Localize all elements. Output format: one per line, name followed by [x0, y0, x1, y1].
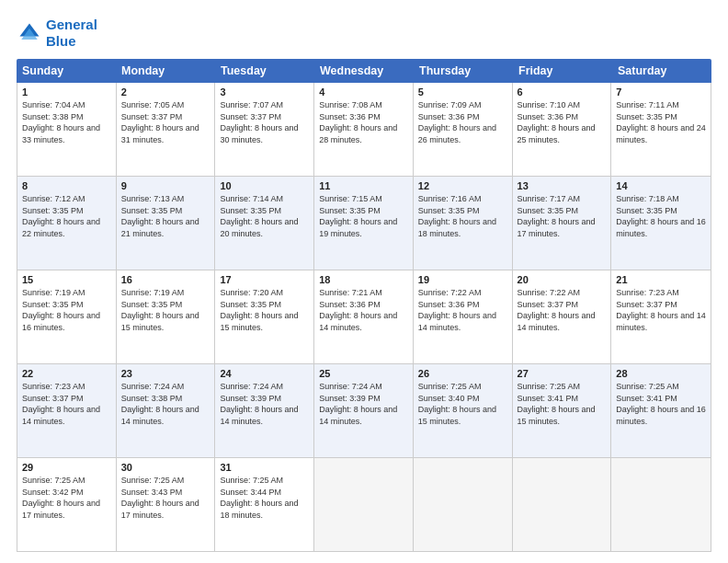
day-number: 7 [616, 86, 706, 98]
page: General Blue SundayMondayTuesdayWednesda… [0, 0, 728, 563]
cell-info: Sunrise: 7:12 AM Sunset: 3:35 PM Dayligh… [22, 193, 111, 239]
calendar-cell: 22 Sunrise: 7:23 AM Sunset: 3:37 PM Dayl… [17, 364, 117, 457]
calendar-cell: 19 Sunrise: 7:22 AM Sunset: 3:36 PM Dayl… [414, 270, 513, 363]
cell-info: Sunrise: 7:23 AM Sunset: 3:37 PM Dayligh… [616, 287, 706, 333]
calendar-row-3: 15 Sunrise: 7:19 AM Sunset: 3:35 PM Dayl… [17, 270, 711, 364]
calendar-cell: 13 Sunrise: 7:17 AM Sunset: 3:35 PM Dayl… [513, 177, 612, 270]
day-number: 19 [418, 274, 507, 285]
calendar-row-4: 22 Sunrise: 7:23 AM Sunset: 3:37 PM Dayl… [17, 364, 711, 458]
day-number: 15 [22, 274, 111, 285]
cell-info: Sunrise: 7:18 AM Sunset: 3:35 PM Dayligh… [616, 193, 706, 239]
cell-info: Sunrise: 7:16 AM Sunset: 3:35 PM Dayligh… [418, 193, 507, 239]
calendar-cell: 8 Sunrise: 7:12 AM Sunset: 3:35 PM Dayli… [17, 177, 117, 270]
day-number: 20 [518, 274, 607, 285]
cell-info: Sunrise: 7:20 AM Sunset: 3:35 PM Dayligh… [220, 287, 309, 333]
cell-info: Sunrise: 7:24 AM Sunset: 3:39 PM Dayligh… [319, 381, 408, 427]
day-number: 12 [418, 180, 507, 191]
calendar-row-5: 29 Sunrise: 7:25 AM Sunset: 3:42 PM Dayl… [17, 458, 711, 551]
day-number: 30 [121, 462, 210, 473]
calendar-cell: 3 Sunrise: 7:07 AM Sunset: 3:37 PM Dayli… [215, 83, 314, 176]
calendar-cell: 9 Sunrise: 7:13 AM Sunset: 3:35 PM Dayli… [117, 177, 216, 270]
calendar-cell [513, 458, 612, 551]
day-number: 5 [418, 86, 507, 98]
cell-info: Sunrise: 7:15 AM Sunset: 3:35 PM Dayligh… [319, 193, 408, 239]
calendar-cell: 24 Sunrise: 7:24 AM Sunset: 3:39 PM Dayl… [215, 364, 314, 457]
day-number: 28 [616, 368, 706, 379]
calendar-cell: 25 Sunrise: 7:24 AM Sunset: 3:39 PM Dayl… [314, 364, 414, 457]
calendar-cell: 7 Sunrise: 7:11 AM Sunset: 3:35 PM Dayli… [611, 83, 711, 176]
calendar-cell [611, 458, 711, 551]
calendar-row-2: 8 Sunrise: 7:12 AM Sunset: 3:35 PM Dayli… [17, 177, 711, 270]
day-number: 8 [22, 180, 111, 191]
day-number: 26 [418, 368, 507, 379]
day-number: 9 [121, 180, 210, 191]
day-number: 1 [22, 86, 111, 98]
day-number: 25 [319, 368, 408, 379]
cell-info: Sunrise: 7:24 AM Sunset: 3:38 PM Dayligh… [121, 381, 210, 427]
calendar-cell: 30 Sunrise: 7:25 AM Sunset: 3:43 PM Dayl… [117, 458, 216, 551]
logo-text: General Blue [46, 17, 97, 50]
cell-info: Sunrise: 7:24 AM Sunset: 3:39 PM Dayligh… [220, 381, 309, 427]
day-number: 27 [518, 368, 607, 379]
calendar-cell: 16 Sunrise: 7:19 AM Sunset: 3:35 PM Dayl… [117, 270, 216, 363]
cell-info: Sunrise: 7:22 AM Sunset: 3:36 PM Dayligh… [418, 287, 507, 333]
cell-info: Sunrise: 7:13 AM Sunset: 3:35 PM Dayligh… [121, 193, 210, 239]
calendar-cell: 6 Sunrise: 7:10 AM Sunset: 3:36 PM Dayli… [513, 83, 612, 176]
calendar-cell: 15 Sunrise: 7:19 AM Sunset: 3:35 PM Dayl… [17, 270, 117, 363]
calendar-row-1: 1 Sunrise: 7:04 AM Sunset: 3:38 PM Dayli… [17, 83, 711, 177]
calendar-cell [314, 458, 414, 551]
calendar: SundayMondayTuesdayWednesdayThursdayFrid… [17, 59, 711, 552]
day-number: 14 [616, 180, 706, 191]
logo: General Blue [17, 17, 97, 50]
header-day-sunday: Sunday [17, 59, 116, 83]
header-day-monday: Monday [116, 59, 215, 83]
calendar-cell: 4 Sunrise: 7:08 AM Sunset: 3:36 PM Dayli… [314, 83, 414, 176]
cell-info: Sunrise: 7:23 AM Sunset: 3:37 PM Dayligh… [22, 381, 111, 427]
calendar-cell: 29 Sunrise: 7:25 AM Sunset: 3:42 PM Dayl… [17, 458, 117, 551]
cell-info: Sunrise: 7:17 AM Sunset: 3:35 PM Dayligh… [518, 193, 607, 239]
day-number: 6 [518, 86, 607, 98]
cell-info: Sunrise: 7:09 AM Sunset: 3:36 PM Dayligh… [418, 99, 507, 145]
day-number: 24 [220, 368, 309, 379]
day-number: 16 [121, 274, 210, 285]
cell-info: Sunrise: 7:25 AM Sunset: 3:40 PM Dayligh… [418, 381, 507, 427]
day-number: 11 [319, 180, 408, 191]
cell-info: Sunrise: 7:25 AM Sunset: 3:41 PM Dayligh… [518, 381, 607, 427]
day-number: 29 [22, 462, 111, 473]
day-number: 4 [319, 86, 408, 98]
day-number: 2 [121, 86, 210, 98]
calendar-cell: 31 Sunrise: 7:25 AM Sunset: 3:44 PM Dayl… [215, 458, 314, 551]
calendar-cell: 26 Sunrise: 7:25 AM Sunset: 3:40 PM Dayl… [414, 364, 513, 457]
day-number: 22 [22, 368, 111, 379]
calendar-cell: 12 Sunrise: 7:16 AM Sunset: 3:35 PM Dayl… [414, 177, 513, 270]
header-day-thursday: Thursday [414, 59, 513, 83]
header-day-wednesday: Wednesday [314, 59, 414, 83]
cell-info: Sunrise: 7:08 AM Sunset: 3:36 PM Dayligh… [319, 99, 408, 145]
logo-icon [17, 20, 42, 46]
calendar-cell [414, 458, 513, 551]
calendar-cell: 10 Sunrise: 7:14 AM Sunset: 3:35 PM Dayl… [215, 177, 314, 270]
calendar-cell: 20 Sunrise: 7:22 AM Sunset: 3:37 PM Dayl… [513, 270, 612, 363]
cell-info: Sunrise: 7:19 AM Sunset: 3:35 PM Dayligh… [121, 287, 210, 333]
calendar-cell: 5 Sunrise: 7:09 AM Sunset: 3:36 PM Dayli… [414, 83, 513, 176]
cell-info: Sunrise: 7:07 AM Sunset: 3:37 PM Dayligh… [220, 99, 309, 145]
calendar-cell: 23 Sunrise: 7:24 AM Sunset: 3:38 PM Dayl… [117, 364, 216, 457]
calendar-cell: 2 Sunrise: 7:05 AM Sunset: 3:37 PM Dayli… [117, 83, 216, 176]
calendar-cell: 17 Sunrise: 7:20 AM Sunset: 3:35 PM Dayl… [215, 270, 314, 363]
header-day-saturday: Saturday [612, 59, 711, 83]
cell-info: Sunrise: 7:25 AM Sunset: 3:44 PM Dayligh… [220, 475, 309, 521]
cell-info: Sunrise: 7:25 AM Sunset: 3:42 PM Dayligh… [22, 475, 111, 521]
day-number: 21 [616, 274, 706, 285]
calendar-cell: 27 Sunrise: 7:25 AM Sunset: 3:41 PM Dayl… [513, 364, 612, 457]
calendar-cell: 14 Sunrise: 7:18 AM Sunset: 3:35 PM Dayl… [611, 177, 711, 270]
day-number: 3 [220, 86, 309, 98]
header: General Blue [17, 17, 711, 50]
cell-info: Sunrise: 7:25 AM Sunset: 3:41 PM Dayligh… [616, 381, 706, 427]
cell-info: Sunrise: 7:22 AM Sunset: 3:37 PM Dayligh… [518, 287, 607, 333]
cell-info: Sunrise: 7:04 AM Sunset: 3:38 PM Dayligh… [22, 99, 111, 145]
cell-info: Sunrise: 7:14 AM Sunset: 3:35 PM Dayligh… [220, 193, 309, 239]
calendar-cell: 18 Sunrise: 7:21 AM Sunset: 3:36 PM Dayl… [314, 270, 414, 363]
cell-info: Sunrise: 7:25 AM Sunset: 3:43 PM Dayligh… [121, 475, 210, 521]
cell-info: Sunrise: 7:21 AM Sunset: 3:36 PM Dayligh… [319, 287, 408, 333]
cell-info: Sunrise: 7:11 AM Sunset: 3:35 PM Dayligh… [616, 99, 706, 145]
